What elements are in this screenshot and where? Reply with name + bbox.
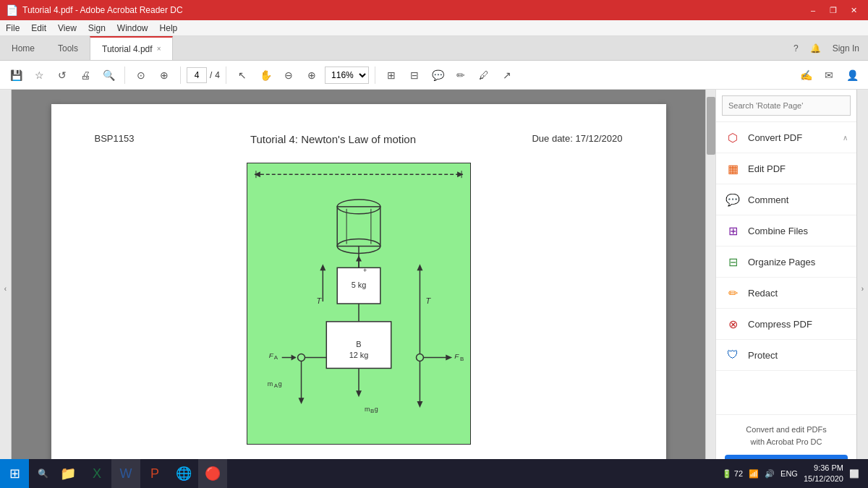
tutorial-title: Tutorial 4: Newton's Law of motion [250, 133, 416, 145]
tray-sound: 🔊 [765, 469, 775, 479]
menu-view[interactable]: View [58, 23, 77, 33]
minimize-button[interactable]: – [804, 3, 822, 17]
toolbar-draw[interactable]: ✏ [451, 65, 471, 85]
toolbar-separator-3 [226, 67, 226, 84]
clock-date: 15/12/2020 [804, 474, 843, 484]
toolbar-find[interactable]: 🔍 [98, 65, 119, 85]
svg-text:T: T [316, 296, 322, 305]
toolbar-separator-4 [375, 67, 375, 84]
start-button[interactable]: ⊞ [0, 459, 29, 488]
svg-marker-1 [254, 171, 260, 177]
toolbar-next-view[interactable]: ⊕ [154, 65, 174, 85]
toolbar-user[interactable]: 👤 [842, 65, 862, 85]
svg-text:m: m [364, 406, 369, 413]
toolbar-print[interactable]: 🖨 [75, 65, 95, 85]
svg-text:B: B [460, 356, 464, 362]
course-code: BSP1153 [95, 133, 135, 145]
svg-marker-44 [446, 355, 452, 361]
rotate-page-search[interactable] [722, 95, 851, 116]
toolbar-share[interactable]: ↗ [497, 65, 517, 85]
comment-icon: 💬 [725, 192, 741, 207]
tool-label-organize: Organize Pages [748, 257, 815, 267]
tool-redact[interactable]: ✏ Redact [716, 278, 856, 309]
edit-pdf-icon: ▦ [725, 160, 741, 176]
pdf-view-area[interactable]: BSP1153 Tutorial 4: Newton's Law of moti… [12, 90, 705, 488]
svg-text:+: + [362, 267, 366, 274]
svg-marker-33 [291, 355, 296, 361]
tool-edit-pdf[interactable]: ▦ Edit PDF [716, 153, 856, 184]
menu-window[interactable]: Window [117, 23, 148, 33]
tray-lang: ENG [780, 469, 798, 478]
toolbar-prev-view[interactable]: ⊙ [131, 65, 151, 85]
menu-sign[interactable]: Sign [88, 23, 106, 33]
tool-organize[interactable]: ⊟ Organize Pages [716, 247, 856, 278]
tool-combine[interactable]: ⊞ Combine Files [716, 215, 856, 247]
toolbar-save[interactable]: 💾 [6, 65, 26, 85]
taskbar-search[interactable]: 🔍 [32, 459, 54, 488]
diagram-box: 5 kg + B 12 kg [247, 163, 471, 445]
clock-time: 9:36 PM [804, 463, 843, 474]
tab-close-icon[interactable]: × [157, 45, 161, 53]
menu-help[interactable]: Help [160, 23, 178, 33]
taskbar-app-acrobat[interactable]: 🔴 [198, 459, 227, 488]
redact-icon: ✏ [725, 285, 741, 301]
svg-rect-6 [337, 207, 380, 247]
main-area: ‹ BSP1153 Tutorial 4: Newton's Law of mo… [0, 90, 868, 488]
combine-icon: ⊞ [725, 223, 741, 239]
tab-bar: Home Tools Tutorial 4.pdf × ? 🔔 Sign In [0, 36, 868, 61]
page-header: BSP1153 Tutorial 4: Newton's Law of moti… [95, 133, 623, 145]
zoom-selector[interactable]: 116% 100% 75% 50% [325, 67, 369, 84]
svg-marker-48 [417, 401, 422, 408]
toolbar-stamp[interactable]: 🖊 [474, 65, 494, 85]
taskbar-app-powerpoint[interactable]: P [140, 459, 169, 488]
tab-document[interactable]: Tutorial 4.pdf × [90, 36, 173, 60]
page-number-input[interactable] [187, 67, 207, 83]
zoom-select-input[interactable]: 116% 100% 75% 50% [325, 67, 369, 84]
tab-home[interactable]: Home [0, 36, 46, 60]
svg-point-30 [297, 354, 305, 361]
pdf-scrollbar[interactable] [705, 90, 715, 488]
notifications-icon[interactable]: 🔔 [810, 43, 821, 53]
taskbar-app-chrome[interactable]: 🌐 [169, 459, 198, 488]
toolbar-zoom-out[interactable]: ⊖ [278, 65, 299, 85]
toolbar-history[interactable]: ↺ [52, 65, 72, 85]
toolbar-cursor[interactable]: ↖ [232, 65, 252, 85]
left-panel-toggle[interactable]: ‹ [0, 90, 12, 488]
tool-label-protect: Protect [748, 350, 778, 361]
toolbar-hand[interactable]: ✋ [255, 65, 276, 85]
taskbar-app-files[interactable]: 📁 [54, 459, 82, 488]
menu-edit[interactable]: Edit [31, 23, 46, 33]
svg-marker-14 [356, 255, 362, 261]
maximize-button[interactable]: ❐ [825, 3, 842, 17]
close-button[interactable]: ✕ [845, 3, 862, 17]
help-icon[interactable]: ? [793, 43, 799, 53]
menu-file[interactable]: File [6, 23, 20, 33]
svg-point-39 [416, 354, 423, 361]
show-desktop[interactable]: ⬜ [849, 469, 859, 479]
tray-battery: 🔋 72 [722, 469, 743, 479]
toolbar-fit-width[interactable]: ⊟ [404, 65, 425, 85]
pdf-page: BSP1153 Tutorial 4: Newton's Law of moti… [51, 104, 666, 474]
svg-text:12 kg: 12 kg [349, 351, 368, 359]
tab-tools[interactable]: Tools [46, 36, 90, 60]
toolbar-bookmark[interactable]: ☆ [29, 65, 49, 85]
organize-icon: ⊟ [725, 254, 741, 270]
toolbar-mail[interactable]: ✉ [819, 65, 839, 85]
tool-comment[interactable]: 💬 Comment [716, 184, 856, 215]
tool-label-compress: Compress PDF [748, 319, 812, 330]
scrollbar-thumb[interactable] [707, 97, 715, 155]
svg-marker-41 [417, 264, 422, 270]
toolbar-separator-2 [180, 67, 181, 84]
tool-compress[interactable]: ⊗ Compress PDF [716, 309, 856, 340]
toolbar-sign[interactable]: ✍ [796, 65, 816, 85]
taskbar-app-excel[interactable]: X [82, 459, 111, 488]
toolbar-fit-page[interactable]: ⊞ [381, 65, 401, 85]
right-panel-search-container [716, 90, 856, 122]
tool-protect[interactable]: 🛡 Protect [716, 340, 856, 371]
tool-convert-pdf[interactable]: ⬡ Convert PDF ∧ [716, 122, 856, 153]
sign-in-button[interactable]: Sign In [833, 43, 859, 53]
taskbar-app-word[interactable]: W [111, 459, 140, 488]
toolbar-comment[interactable]: 💬 [427, 65, 448, 85]
right-panel-toggle[interactable]: › [856, 90, 868, 488]
toolbar-zoom-in[interactable]: ⊕ [302, 65, 322, 85]
